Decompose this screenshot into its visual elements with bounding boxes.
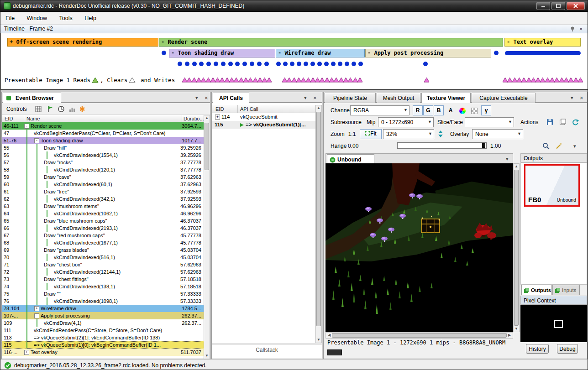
overlay-select[interactable]: None▼ bbox=[472, 129, 523, 139]
draw-event-dot[interactable] bbox=[264, 62, 269, 66]
save-texture-button[interactable] bbox=[544, 117, 555, 127]
alpha-channel-toggle[interactable]: A bbox=[446, 105, 456, 115]
draw-event-dot[interactable] bbox=[178, 62, 182, 66]
flip-y-button[interactable] bbox=[436, 129, 445, 139]
event-row[interactable]: 109vkCmdDraw(4,1)262.37... bbox=[2, 319, 204, 327]
scroll-right-icon[interactable]: ▶ bbox=[507, 333, 512, 338]
event-row[interactable]: 64vkCmdDrawIndexed(1062,1)46.96296 bbox=[2, 210, 204, 217]
tab-unbound-texture[interactable]: Unbound bbox=[327, 154, 374, 164]
event-row[interactable]: 74vkCmdDrawIndexed(138,1)57.18518 bbox=[2, 283, 204, 290]
title-bar[interactable]: debugmarker.rdc - RenderDoc Unofficial r… bbox=[0, 0, 588, 12]
draw-event-dot[interactable] bbox=[206, 62, 211, 66]
fb0-thumbnail[interactable]: FB0 Unbound bbox=[524, 164, 580, 207]
expander-icon[interactable]: + bbox=[34, 306, 39, 311]
jump-flag-icon[interactable] bbox=[47, 105, 54, 113]
event-row[interactable]: 46-111-Render scene3064.7... bbox=[2, 122, 204, 130]
red-channel-toggle[interactable]: R bbox=[413, 105, 423, 115]
expander-icon[interactable]: - bbox=[34, 138, 39, 143]
col-api-call[interactable]: API Call bbox=[240, 106, 258, 112]
event-row[interactable]: 58vkCmdDrawIndexed(120,1)37.77778 bbox=[2, 166, 204, 173]
scroll-left-icon[interactable]: ◀ bbox=[327, 333, 331, 338]
draw-event-dot[interactable] bbox=[304, 62, 308, 66]
api-vertical-scrollbar[interactable]: ▲ ▼ bbox=[315, 105, 322, 343]
draw-event-dot[interactable] bbox=[199, 62, 204, 66]
draw-event-dot[interactable] bbox=[338, 62, 342, 66]
time-draws-icon[interactable] bbox=[58, 105, 65, 113]
bookmark-icon[interactable] bbox=[79, 105, 86, 113]
scroll-down-icon[interactable]: ▼ bbox=[316, 337, 321, 343]
event-row[interactable]: 107-...-Apply post processing262.37... bbox=[2, 312, 204, 319]
image-write-triangle[interactable] bbox=[424, 77, 430, 83]
zoom-range-button[interactable] bbox=[541, 141, 551, 151]
green-channel-toggle[interactable]: G bbox=[423, 105, 433, 115]
eb-close-icon[interactable]: × bbox=[205, 94, 208, 101]
event-row[interactable]: 57Draw "rocks"37.77778 bbox=[2, 159, 204, 166]
pin-icon[interactable] bbox=[570, 26, 576, 32]
history-button[interactable]: History bbox=[526, 344, 549, 354]
image-write-triangle[interactable] bbox=[578, 77, 583, 83]
blue-channel-toggle[interactable]: B bbox=[434, 105, 444, 115]
api-call-row[interactable]: 115=> vkQueueSubmit(1)[... bbox=[212, 121, 316, 129]
tab-pipeline-state[interactable]: Pipeline State bbox=[325, 93, 376, 103]
range-slider[interactable] bbox=[397, 142, 487, 149]
expander-icon[interactable]: - bbox=[24, 124, 29, 129]
col-eid[interactable]: EID bbox=[5, 116, 13, 121]
right-tab-menu-icon[interactable]: ▾ bbox=[571, 95, 573, 101]
tab-capture-executable[interactable]: Capture Executable bbox=[472, 93, 536, 103]
zoom-select[interactable]: 32%▼ bbox=[383, 129, 434, 139]
timeline-panel[interactable]: + Off-screen scene rendering - Render sc… bbox=[0, 33, 588, 90]
draw-event-dot[interactable] bbox=[324, 62, 329, 66]
eb-vertical-scrollbar[interactable]: ▲ ▼ bbox=[204, 115, 210, 359]
texture-display[interactable] bbox=[326, 163, 513, 332]
event-row[interactable]: 51-76-Toon shading draw1017.7... bbox=[2, 137, 204, 144]
scrollbar-thumb[interactable] bbox=[514, 170, 519, 326]
event-row[interactable]: 116-...+Text overlay511.7037 bbox=[2, 349, 204, 356]
checkerboard-button[interactable] bbox=[469, 105, 479, 115]
event-row[interactable]: 63Draw "mushroom stems"46.96296 bbox=[2, 203, 204, 210]
refresh-button[interactable] bbox=[570, 117, 581, 127]
range-slider-handle[interactable] bbox=[482, 143, 485, 148]
mip-select[interactable]: 0 - 1272x690▼ bbox=[378, 117, 434, 127]
draw-event-dot[interactable] bbox=[283, 62, 288, 66]
event-row[interactable]: 78-104+Wireframe draw1784.5... bbox=[2, 305, 204, 312]
event-row[interactable]: 113=> vkQueueSubmit(2)[1]: vkEndCommandB… bbox=[2, 334, 204, 341]
channels-select[interactable]: RGBA▼ bbox=[350, 105, 410, 115]
tab-inputs[interactable]: Inputs bbox=[552, 285, 580, 295]
timeline-close-icon[interactable]: × bbox=[579, 26, 583, 32]
tab-texture-viewer[interactable]: Texture Viewer bbox=[421, 93, 471, 103]
expander-icon[interactable]: - bbox=[34, 313, 39, 318]
scroll-down-icon[interactable]: ▼ bbox=[204, 353, 210, 359]
zoom-1-1-button[interactable]: 1:1 bbox=[346, 129, 358, 139]
menu-window[interactable]: Window bbox=[22, 12, 52, 25]
draw-event-dot[interactable] bbox=[214, 62, 218, 66]
zoom-fit-button[interactable]: Fit bbox=[360, 129, 382, 139]
draw-event-dot[interactable] bbox=[352, 62, 356, 66]
event-row[interactable]: 56vkCmdDrawIndexed(1554,1)39.25926 bbox=[2, 151, 204, 159]
event-row[interactable]: 61Draw "tree"37.92593 bbox=[2, 188, 204, 195]
right-close-icon[interactable]: × bbox=[580, 94, 583, 101]
event-row[interactable]: 59Draw "cave"37.62963 bbox=[2, 173, 204, 181]
col-eid[interactable]: EID bbox=[215, 106, 224, 112]
event-row[interactable]: 76vkCmdDrawIndexed(1098,1)57.33333 bbox=[2, 297, 204, 305]
draw-event-dot[interactable] bbox=[257, 62, 262, 66]
draw-event-dot[interactable] bbox=[162, 51, 166, 55]
statistics-icon[interactable] bbox=[68, 105, 76, 113]
scroll-up-icon[interactable]: ▲ bbox=[514, 164, 519, 169]
tab-outputs[interactable]: Outputs bbox=[521, 285, 551, 295]
draw-event-dot[interactable] bbox=[331, 62, 336, 66]
autofit-range-button[interactable] bbox=[553, 141, 564, 151]
col-duration[interactable]: Duratio... bbox=[184, 116, 204, 121]
scrollbar-thumb[interactable] bbox=[316, 112, 321, 326]
draw-event-dot[interactable] bbox=[494, 51, 499, 55]
draw-event-dot[interactable] bbox=[297, 62, 301, 66]
expander-icon[interactable]: + bbox=[24, 350, 29, 355]
tab-event-browser[interactable]: Event Browser bbox=[3, 93, 61, 103]
event-row[interactable]: 111vkCmdEndRenderPass(C=Store, D=Store, … bbox=[2, 327, 204, 334]
scrollbar-thumb[interactable] bbox=[332, 333, 507, 338]
draw-event-dot[interactable] bbox=[310, 62, 315, 66]
draw-event-dot[interactable] bbox=[423, 62, 428, 66]
draw-event-dot[interactable] bbox=[185, 62, 189, 66]
api-tab-menu-icon[interactable]: ▾ bbox=[304, 95, 307, 101]
scroll-down-icon[interactable]: ▼ bbox=[514, 326, 519, 332]
close-button[interactable] bbox=[567, 2, 585, 10]
